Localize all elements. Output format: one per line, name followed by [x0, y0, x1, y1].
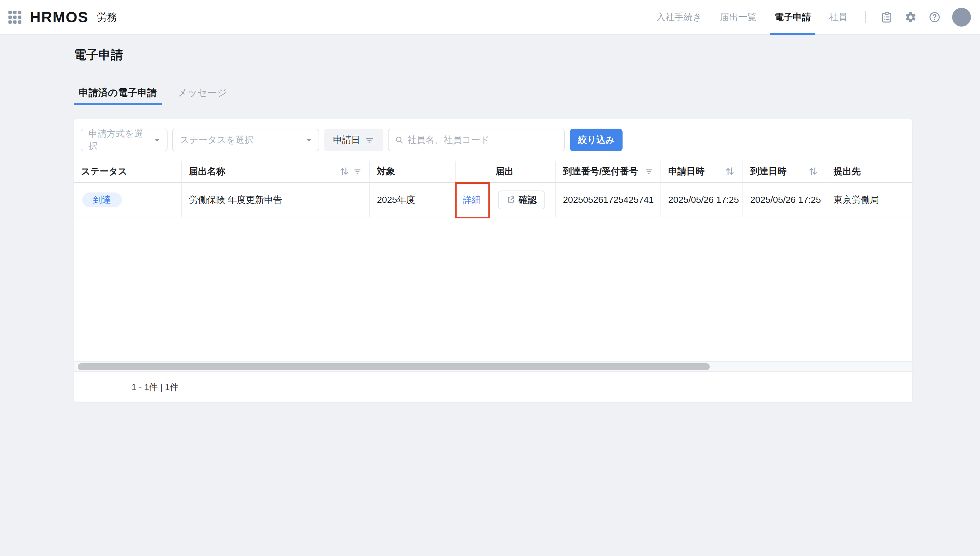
cell-report-name: 労働保険 年度更新申告	[182, 183, 370, 217]
nav-item-employees[interactable]: 社員	[829, 0, 847, 34]
status-badge: 到達	[82, 192, 122, 207]
avatar[interactable]	[952, 8, 971, 27]
table-empty-area	[74, 217, 912, 361]
horizontal-scrollbar-track	[74, 361, 912, 372]
search-icon	[395, 135, 404, 145]
top-bar: HRMOS 労務 入社手続き 届出一覧 電子申請 社員	[0, 0, 980, 35]
cell-arrival-number: 202505261725425741	[556, 183, 661, 217]
topbar-divider	[865, 11, 866, 23]
gear-icon[interactable]	[901, 8, 920, 27]
filter-icon[interactable]	[353, 167, 362, 176]
cell-applied-datetime: 2025/05/26 17:25	[661, 183, 743, 217]
column-header-report: 届出	[488, 161, 556, 183]
horizontal-scrollbar-thumb[interactable]	[78, 363, 710, 370]
page-title: 電子申請	[74, 48, 912, 61]
filter-icon[interactable]	[644, 167, 653, 176]
cell-status: 到達	[74, 183, 182, 217]
external-link-icon	[506, 196, 515, 204]
filter-bar: 申請方式を選択 ステータスを選択 申請日 絞り込み	[74, 119, 912, 161]
column-header-detail	[456, 161, 488, 183]
chevron-down-icon	[155, 139, 160, 142]
column-header-destination: 提出先	[826, 161, 912, 183]
column-header-applied-datetime: 申請日時	[661, 161, 743, 183]
column-header-arrival-number: 到達番号/受付番号	[556, 161, 661, 183]
app-grid-icon[interactable]	[8, 11, 21, 24]
chevron-down-icon	[306, 139, 311, 142]
application-method-select[interactable]: 申請方式を選択	[81, 129, 168, 151]
pagination-summary: 1 - 1件 | 1件	[132, 381, 179, 393]
tab-bar: 申請済の電子申請 メッセージ	[74, 87, 912, 105]
confirm-button[interactable]: 確認	[498, 191, 545, 209]
sort-icon[interactable]	[339, 166, 350, 176]
column-header-arrival-datetime: 到達日時	[743, 161, 826, 183]
pagination-bar: 1 - 1件 | 1件	[74, 372, 912, 402]
employee-search-input[interactable]	[408, 135, 558, 145]
main-content: 電子申請 申請済の電子申請 メッセージ 申請方式を選択 ステータスを選択 申請日	[0, 48, 980, 402]
cell-report: 確認	[488, 183, 556, 217]
tab-messages[interactable]: メッセージ	[173, 87, 232, 105]
help-icon[interactable]	[925, 8, 944, 27]
sort-icon[interactable]	[808, 166, 818, 176]
sort-icon[interactable]	[724, 166, 735, 176]
active-nav-underline	[770, 33, 815, 35]
employee-search-box	[388, 129, 565, 151]
filter-icon	[365, 135, 374, 145]
status-select[interactable]: ステータスを選択	[172, 129, 319, 151]
hrmos-logo: HRMOS	[30, 8, 89, 26]
nav-item-onboarding[interactable]: 入社手続き	[656, 0, 702, 34]
column-header-status: ステータス	[74, 161, 182, 183]
cell-target: 2025年度	[370, 183, 456, 217]
column-header-report-name: 届出名称	[182, 161, 370, 183]
table-row: 到達 労働保険 年度更新申告 2025年度 詳細 確認 202505261725…	[74, 183, 912, 217]
top-navigation: 入社手続き 届出一覧 電子申請 社員	[656, 0, 971, 34]
table-header: ステータス 届出名称 対象 届出 到達番号/受付番号	[74, 161, 912, 183]
nav-item-report-list[interactable]: 届出一覧	[720, 0, 757, 34]
cell-arrival-datetime: 2025/05/26 17:25	[743, 183, 826, 217]
detail-link[interactable]: 詳細	[463, 194, 481, 206]
cell-destination: 東京労働局	[826, 183, 912, 217]
cell-detail: 詳細	[456, 183, 488, 217]
tasks-icon[interactable]	[877, 8, 896, 27]
filter-submit-button[interactable]: 絞り込み	[570, 129, 623, 151]
product-name: 労務	[97, 10, 117, 24]
column-header-target: 対象	[370, 161, 456, 183]
nav-item-e-application[interactable]: 電子申請	[775, 0, 811, 34]
application-date-filter-chip[interactable]: 申請日	[324, 129, 383, 151]
applications-card: 申請方式を選択 ステータスを選択 申請日 絞り込み	[74, 119, 912, 402]
tab-submitted-applications[interactable]: 申請済の電子申請	[74, 87, 162, 105]
